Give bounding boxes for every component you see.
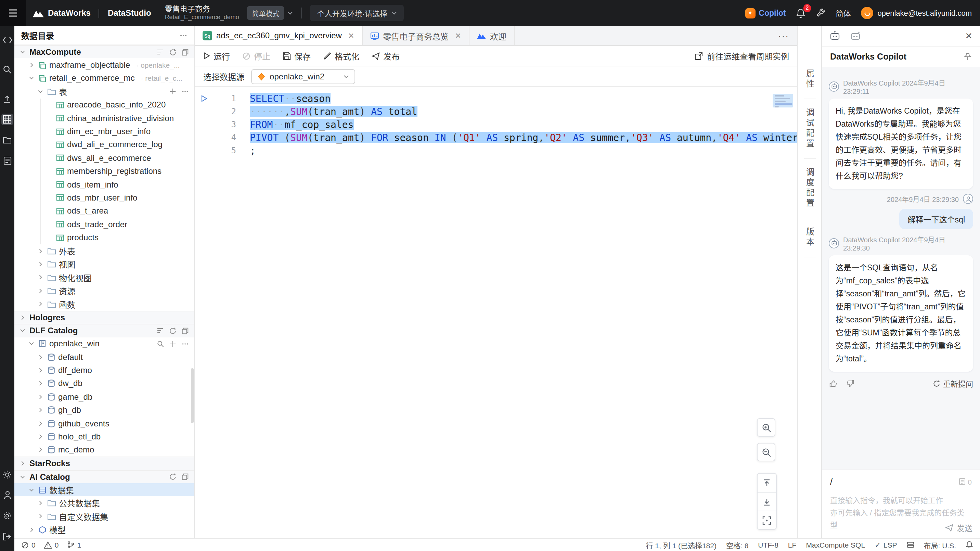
- tab-retail-overview[interactable]: 零售电子商务总览 ✕: [363, 26, 469, 45]
- personal-dev-env-selector[interactable]: 个人开发环境·请选择: [310, 5, 404, 21]
- chevron-right-icon[interactable]: [36, 500, 45, 506]
- copy-icon[interactable]: [181, 48, 189, 56]
- close-icon[interactable]: ✕: [455, 31, 461, 40]
- right-panel-tab-1[interactable]: 调试配置: [804, 99, 815, 159]
- chevron-down-icon[interactable]: [27, 486, 36, 493]
- code-line-3[interactable]: 3FROM··mf_cop_sales: [195, 118, 797, 131]
- copy-icon[interactable]: [181, 327, 189, 335]
- tree-item-retail-e-commerce-mc[interactable]: retail_e_commerce_mcretail_e_c...: [14, 72, 194, 85]
- tree-item-db-default[interactable]: default: [14, 350, 194, 364]
- chevron-right-icon[interactable]: [36, 433, 45, 440]
- scroll-to-bottom-button[interactable]: [757, 492, 776, 511]
- tree-item-db-mc-demo[interactable]: mc_demo: [14, 443, 194, 457]
- tree-item-table-ods-trade[interactable]: ods_trade_order: [14, 218, 194, 231]
- copilot-chat-icon[interactable]: [829, 31, 840, 41]
- chevron-right-icon[interactable]: [36, 301, 45, 307]
- datasource-select[interactable]: openlake_win2: [251, 69, 355, 84]
- tree-item-table-ods-item[interactable]: ods_item_info: [14, 178, 194, 191]
- workspace-mode-caret[interactable]: [288, 11, 293, 15]
- main-menu-button[interactable]: [0, 0, 26, 26]
- close-icon[interactable]: ✕: [348, 31, 354, 40]
- tree-item-maxcompute[interactable]: MaxCompute: [14, 45, 194, 59]
- sidebar-scrollbar[interactable]: [191, 368, 194, 423]
- rail-item-user[interactable]: [2, 489, 13, 501]
- chevron-right-icon[interactable]: [19, 460, 27, 467]
- error-counter[interactable]: 0: [21, 541, 36, 549]
- right-panel-tab-0[interactable]: 属性: [804, 60, 815, 99]
- warning-counter[interactable]: 0: [44, 541, 59, 549]
- fit-view-button[interactable]: [757, 511, 776, 529]
- scroll-to-top-button[interactable]: [757, 474, 776, 492]
- right-panel-tab-2[interactable]: 调度配置: [804, 159, 815, 218]
- chevron-down-icon[interactable]: [27, 341, 36, 347]
- search-icon[interactable]: [157, 340, 164, 348]
- chevron-right-icon[interactable]: [36, 513, 45, 520]
- zoom-in-button[interactable]: [757, 418, 775, 437]
- tree-item-table-membership[interactable]: membership_registrations: [14, 165, 194, 178]
- thumbs-up-icon[interactable]: [829, 379, 838, 388]
- chevron-right-icon[interactable]: [36, 287, 45, 294]
- send-button[interactable]: 发送: [945, 522, 972, 533]
- copy-icon[interactable]: [181, 473, 189, 481]
- rail-item-theme[interactable]: [2, 469, 13, 481]
- chevron-down-icon[interactable]: [19, 328, 27, 334]
- tools-icon[interactable]: [816, 8, 826, 18]
- tree-item-openlake-win[interactable]: openlake_win: [14, 337, 194, 350]
- right-panel-tab-3[interactable]: 版本: [804, 218, 815, 257]
- chevron-right-icon[interactable]: [36, 261, 45, 268]
- keyboard-layout[interactable]: 布局: U.S.: [924, 540, 956, 550]
- zoom-out-button[interactable]: [757, 443, 775, 461]
- chevron-right-icon[interactable]: [19, 314, 27, 321]
- encoding-setting[interactable]: UTF-8: [758, 541, 778, 549]
- statusbar-notifications[interactable]: [966, 541, 973, 549]
- tree-item-custom-datasets[interactable]: 自定义数据集: [14, 510, 194, 523]
- tree-item-table-dws-ali[interactable]: dws_ali_e_ecommerce: [14, 151, 194, 165]
- sort-icon[interactable]: [156, 48, 164, 56]
- editor-minimap[interactable]: [773, 90, 796, 165]
- tree-item-table-ods-t-area[interactable]: ods_t_area: [14, 204, 194, 218]
- tree-item-db-dw-db[interactable]: dw_db: [14, 377, 194, 390]
- tree-item-models[interactable]: 模型: [14, 523, 194, 536]
- tree-item-datasets[interactable]: 数据集: [14, 483, 194, 497]
- chevron-right-icon[interactable]: [36, 447, 45, 454]
- chevron-right-icon[interactable]: [27, 62, 36, 68]
- run-button[interactable]: 运行: [203, 50, 230, 62]
- language-mode[interactable]: MaxCompute SQL: [806, 541, 865, 549]
- tree-item-external-tables[interactable]: 外表: [14, 244, 194, 258]
- tab-overflow-menu[interactable]: ···: [770, 30, 797, 41]
- chevron-right-icon[interactable]: [36, 367, 45, 374]
- close-icon[interactable]: ✕: [965, 31, 972, 41]
- refresh-icon[interactable]: [169, 327, 177, 335]
- rail-item-settings[interactable]: [2, 510, 13, 522]
- pin-icon[interactable]: [964, 53, 972, 61]
- plus-icon[interactable]: [169, 88, 177, 96]
- tree-item-functions[interactable]: 函数: [14, 298, 194, 311]
- tree-item-public-datasets[interactable]: 公共数据集: [14, 497, 194, 510]
- rail-item-files[interactable]: [2, 134, 13, 146]
- lsp-status[interactable]: ✓ LSP: [875, 541, 897, 549]
- chevron-right-icon[interactable]: [36, 247, 45, 254]
- tree-item-ai-catalog[interactable]: AI Catalog: [14, 470, 194, 483]
- tree-item-db-dlf-demo[interactable]: dlf_demo: [14, 364, 194, 377]
- tab-welcome[interactable]: 欢迎: [469, 26, 515, 45]
- chevron-down-icon[interactable]: [19, 49, 27, 56]
- tree-item-db-gh-db[interactable]: gh_db: [14, 403, 194, 417]
- tree-item-db-holo-etl-db[interactable]: holo_etl_db: [14, 430, 194, 444]
- tree-item-db-game-db[interactable]: game_db: [14, 390, 194, 403]
- rail-item-publish[interactable]: [2, 93, 13, 105]
- publish-button[interactable]: 发布: [372, 50, 400, 62]
- language-switcher[interactable]: 简体: [836, 8, 851, 19]
- chevron-right-icon[interactable]: [36, 380, 45, 387]
- tree-item-dlf-catalog[interactable]: DLF Catalog: [14, 324, 194, 337]
- tree-item-table-dim-ec-mbr[interactable]: dim_ec_mbr_user_info: [14, 125, 194, 138]
- tree-item-materialized-views[interactable]: 物化视图: [14, 271, 194, 284]
- rail-item-data-catalog[interactable]: [2, 114, 13, 125]
- copilot-input-area[interactable]: / 0 直接输入指令，我就可以开始工作 亦可先输入 / 指定您需要我完成的任务类…: [822, 470, 980, 538]
- account-menu[interactable]: openlake@test.aliyunid.com: [861, 7, 972, 19]
- copilot-input-value[interactable]: /: [830, 476, 832, 487]
- product-logo[interactable]: DataWorks DataStudio: [26, 8, 158, 18]
- save-button[interactable]: 保存: [283, 50, 311, 62]
- eol-setting[interactable]: LF: [788, 541, 797, 549]
- remote-indicator[interactable]: [907, 541, 914, 548]
- tree-item-starrocks[interactable]: StarRocks: [14, 457, 194, 470]
